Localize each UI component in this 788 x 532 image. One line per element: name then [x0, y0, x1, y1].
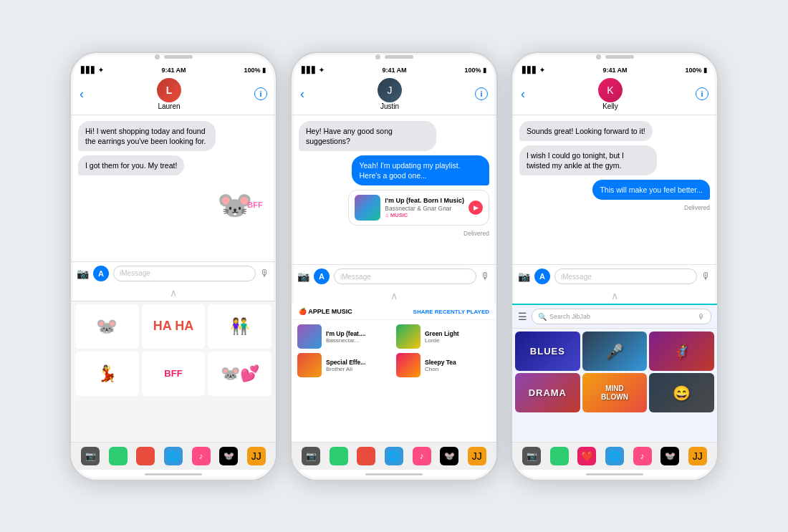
dock-music-1[interactable]: ♪ — [192, 447, 211, 465]
music-item-4[interactable]: Sleepy Tea Chon — [396, 353, 491, 377]
apple-music-logo: 🍎 APPLE MUSIC — [299, 308, 352, 315]
message-bubble: Hi! I went shopping today and found the … — [78, 121, 216, 151]
dock-app-3-2[interactable] — [357, 447, 375, 465]
battery-1: 100% ▮ — [244, 67, 266, 74]
dock-globe-1[interactable]: 🌐 — [164, 447, 183, 465]
dock-jibjab-1[interactable]: JJ — [247, 447, 266, 465]
sticker-cell[interactable]: 👫 — [208, 304, 272, 349]
dock-mickey-3[interactable]: 🐭 — [660, 447, 679, 465]
imessage-input-2[interactable]: iMessage — [334, 269, 476, 284]
imessage-header-2: ‹ J Justin i — [292, 75, 496, 115]
play-button[interactable]: ▶ — [469, 200, 483, 215]
jibjab-cell-person2[interactable]: 😄 — [649, 373, 714, 412]
messages-area-3: Sounds great! Looking forward to it! I w… — [512, 115, 717, 265]
music-item-art-4 — [396, 353, 421, 377]
contact-info-justin: J Justin — [378, 78, 402, 110]
music-info: I'm Up (feat. Born I Music) Bassnectar &… — [385, 197, 464, 218]
music-source: ♫ MUSIC — [385, 212, 464, 218]
sticker-bff: 🐭 BFF — [211, 180, 269, 230]
music-item-art-1 — [297, 324, 322, 349]
mic-icon-1[interactable]: 🎙 — [260, 268, 270, 279]
camera-icon-1[interactable]: 📷 — [77, 268, 89, 279]
sticker-cell[interactable]: 💃 — [75, 352, 139, 396]
music-item-art-3 — [297, 353, 322, 377]
sticker-cell[interactable]: 🐭 — [75, 304, 139, 349]
message-bubble: I got them for you. My treat! — [78, 155, 184, 175]
contact-name-lauren: Lauren — [158, 102, 180, 110]
share-recently-played[interactable]: SHARE RECENTLY PLAYED — [413, 309, 489, 315]
jibjab-search-placeholder: Search JibJab — [549, 313, 695, 320]
message-bubble-r2: I wish I could go tonight, but I twisted… — [519, 145, 657, 175]
music-item-2[interactable]: Green Light Lorde — [396, 324, 491, 349]
chevron-icon-2: ∧ — [390, 290, 398, 301]
back-button-2[interactable]: ‹ — [300, 87, 304, 102]
dock-globe-3[interactable]: 🌐 — [605, 447, 624, 465]
signal-3: ▋▋▋ ✦ — [522, 67, 545, 74]
dock-app-3-1[interactable] — [136, 447, 155, 465]
apple-music-drawer: 🍎 APPLE MUSIC SHARE RECENTLY PLAYED I'm … — [292, 304, 496, 442]
camera-1 — [155, 54, 160, 59]
speaker-2 — [385, 55, 413, 59]
dock-app-3-3[interactable]: ❤️ — [577, 447, 596, 465]
jibjab-menu-icon[interactable]: ☰ — [518, 311, 527, 322]
message-bubble-received: Hey! Have any good song suggestions? — [299, 121, 436, 151]
apps-button-2[interactable]: A — [314, 269, 330, 284]
back-button-1[interactable]: ‹ — [80, 87, 84, 102]
sticker-cell[interactable]: 🐭💕 — [208, 352, 272, 396]
imessage-input-3[interactable]: iMessage — [554, 269, 697, 284]
time-2: 9:41 AM — [382, 67, 406, 74]
info-button-1[interactable]: i — [254, 87, 267, 100]
phone-speaker-2 — [292, 53, 496, 61]
jibjab-search-bar: ☰ 🔍 Search JibJab 🎙 — [512, 304, 717, 329]
camera-2 — [375, 54, 380, 59]
dock-mickey-1[interactable]: 🐭 — [219, 447, 238, 465]
apps-button-1[interactable]: A — [93, 266, 109, 281]
music-grid: I'm Up (feat.... Bassnectar... Green Lig… — [292, 320, 496, 382]
info-button-3[interactable]: i — [696, 87, 708, 100]
dock-app-2-1[interactable] — [109, 447, 128, 465]
jibjab-cell-mind-blown[interactable]: MINDBLOWN — [582, 373, 648, 412]
avatar-kelly: K — [598, 78, 623, 102]
jibjab-search-field[interactable]: 🔍 Search JibJab 🎙 — [532, 309, 711, 324]
mic-icon-3[interactable]: 🎙 — [701, 271, 711, 282]
input-placeholder-3: iMessage — [561, 273, 592, 281]
dock-camera-2[interactable]: 📷 — [302, 447, 320, 465]
dock-music-2[interactable]: ♪ — [413, 447, 431, 465]
input-bar-1: 📷 A iMessage 🎙 — [71, 261, 276, 285]
app-dock-2: 📷 🌐 ♪ 🐭 JJ — [292, 442, 496, 470]
music-artist: Bassnectar & Gnar Gnar — [385, 205, 464, 212]
jibjab-cell-drama[interactable]: DRAMA — [515, 373, 580, 412]
apps-button-3[interactable]: A — [534, 269, 550, 284]
jibjab-cell-person[interactable]: 🎤 — [582, 332, 648, 371]
music-title: I'm Up (feat. Born I Music) — [385, 197, 464, 205]
status-bar-1: ▋▋▋ ✦ 9:41 AM 100% ▮ — [71, 61, 276, 75]
input-bar-2: 📷 A iMessage 🎙 — [292, 264, 496, 288]
dock-mickey-2[interactable]: 🐭 — [440, 447, 458, 465]
jibjab-cell-blues[interactable]: BLUES — [515, 332, 580, 371]
camera-icon-2[interactable]: 📷 — [297, 271, 309, 282]
dock-jibjab-2[interactable]: JJ — [468, 447, 486, 465]
dock-app-2-3[interactable] — [550, 447, 569, 465]
music-drawer-header: 🍎 APPLE MUSIC SHARE RECENTLY PLAYED — [292, 304, 496, 320]
dock-music-3[interactable]: ♪ — [633, 447, 652, 465]
mic-icon-2[interactable]: 🎙 — [481, 271, 491, 282]
dock-camera-3[interactable]: 📷 — [522, 447, 541, 465]
imessage-input-1[interactable]: iMessage — [113, 266, 256, 281]
music-item-artist-1: Bassnectar... — [326, 337, 365, 344]
music-item-info-2: Green Light Lorde — [425, 330, 459, 344]
back-button-3[interactable]: ‹ — [521, 87, 525, 102]
dock-app-2-2[interactable] — [330, 447, 348, 465]
messages-area-1: Hi! I went shopping today and found the … — [71, 115, 276, 261]
dock-camera-1[interactable]: 📷 — [81, 447, 100, 465]
music-item-3[interactable]: Special Effe... Brother Ali — [297, 353, 392, 377]
dock-globe-2[interactable]: 🌐 — [385, 447, 403, 465]
camera-icon-3[interactable]: 📷 — [518, 271, 530, 282]
jibjab-cell-hero[interactable]: 🦸 — [649, 332, 714, 371]
dock-jibjab-3[interactable]: JJ — [688, 447, 707, 465]
sticker-cell[interactable]: HA HA — [142, 304, 206, 349]
info-button-2[interactable]: i — [475, 87, 488, 100]
sticker-cell[interactable]: BFF — [142, 352, 206, 396]
status-bar-2: ▋▋▋ ✦ 9:41 AM 100% ▮ — [292, 61, 496, 75]
music-item-1[interactable]: I'm Up (feat.... Bassnectar... — [297, 324, 392, 349]
time-1: 9:41 AM — [161, 67, 186, 74]
